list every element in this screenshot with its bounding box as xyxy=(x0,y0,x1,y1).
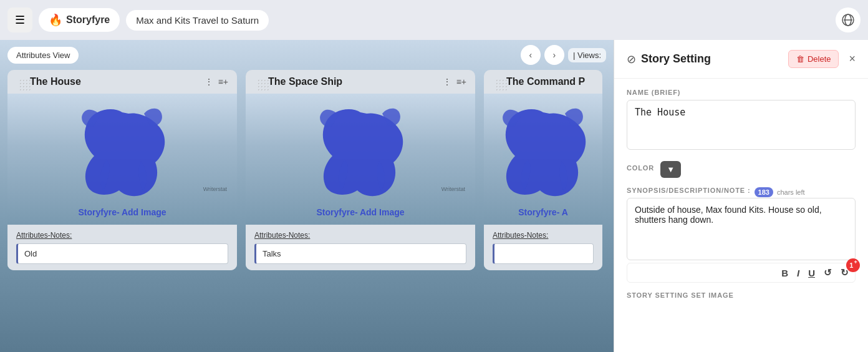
dragon-logo-3 xyxy=(490,100,596,200)
card-add-button-2[interactable]: ≡+ xyxy=(456,77,466,87)
menu-button[interactable]: ☰ xyxy=(7,7,32,32)
synopsis-field-group: SYNOPSIS/DESCRIPTION/NOTE : 183 chars le… xyxy=(627,187,856,283)
add-image-label-2[interactable]: Storyfyre- Add Image xyxy=(316,207,404,217)
bold-button[interactable]: B xyxy=(781,268,788,278)
dragon-logo-1 xyxy=(69,100,175,200)
card-footer-1: Attributes-Notes: xyxy=(7,225,237,270)
chevron-down-icon: ▼ xyxy=(667,165,675,174)
project-name-button[interactable]: Max and Kits Travel to Saturn xyxy=(126,10,269,31)
chars-left-badge: 183 xyxy=(755,187,773,197)
chars-left-label: chars left xyxy=(777,188,805,196)
color-dropdown-button[interactable]: ▼ xyxy=(660,161,681,178)
card-image-1: Writerstat Storyfyre- Add Image xyxy=(7,94,237,225)
add-image-label-3[interactable]: Storyfyre- A xyxy=(518,207,568,217)
synopsis-label-row: SYNOPSIS/DESCRIPTION/NOTE : 183 chars le… xyxy=(627,187,856,198)
card-actions-2: ⋮ ≡+ xyxy=(443,77,466,87)
panel-title: Story Setting xyxy=(641,52,783,66)
brand-button[interactable]: 🔥 Storyfyre xyxy=(39,8,120,32)
drag-handle-icon-3 xyxy=(495,79,508,91)
nav-next-button[interactable]: › xyxy=(544,45,564,65)
card-footer-3: Attributes-Notes: xyxy=(484,225,602,270)
card-header-1: The House ⋮ ≡+ xyxy=(7,70,237,94)
underline-button[interactable]: U xyxy=(808,268,815,278)
nav-prev-button[interactable]: ‹ xyxy=(521,45,541,65)
attributes-notes-label-2: Attributes-Notes: xyxy=(254,231,466,240)
drag-handle-icon-2 xyxy=(257,79,269,91)
card-actions-1: ⋮ ≡+ xyxy=(205,77,228,87)
close-button[interactable]: × xyxy=(849,52,856,66)
side-panel: ⊘ Story Setting 🗑 Delete × NAME (brief) … xyxy=(614,40,868,352)
text-toolbar: B I U ↺ ↻ 1+ xyxy=(627,263,856,283)
brand-name: Storyfyre xyxy=(66,14,110,26)
add-image-label-1[interactable]: Storyfyre- Add Image xyxy=(78,207,166,217)
card-title-3: The Command P xyxy=(506,76,585,87)
name-field-label: NAME (brief) xyxy=(627,89,856,96)
synopsis-field-label: SYNOPSIS/DESCRIPTION/NOTE : xyxy=(627,187,751,194)
board-area: Attributes View ‹ › | Views: The House ⋮ xyxy=(0,40,614,352)
topbar: ☰ 🔥 Storyfyre Max and Kits Travel to Sat… xyxy=(0,0,868,40)
panel-body: NAME (brief) The House COLOR ▼ SYNOPSIS/… xyxy=(614,79,868,309)
card-title-1: The House xyxy=(30,76,81,87)
card-footer-2: Attributes-Notes: xyxy=(246,225,475,270)
name-input[interactable]: The House xyxy=(627,100,856,150)
card-add-button-1[interactable]: ≡+ xyxy=(218,77,228,87)
attributes-view-button[interactable]: Attributes View xyxy=(7,47,79,64)
delete-label: Delete xyxy=(808,54,831,64)
notification-plus: + xyxy=(854,259,857,265)
card-note-input-3[interactable] xyxy=(493,243,594,264)
panel-header: ⊘ Story Setting 🗑 Delete × xyxy=(614,40,868,79)
attributes-notes-label-3: Attributes-Notes: xyxy=(493,231,594,240)
writerstat-text-1: Writerstat xyxy=(203,186,227,192)
synopsis-textarea[interactable]: Outside of house, Max found Kits. House … xyxy=(627,198,856,260)
card-menu-button-2[interactable]: ⋮ xyxy=(443,77,451,87)
drag-handle-icon xyxy=(19,79,31,91)
undo-button[interactable]: ↺ xyxy=(824,267,832,278)
writerstat-text-2: Writerstat xyxy=(441,186,465,192)
card-menu-button-1[interactable]: ⋮ xyxy=(205,77,213,87)
color-field-group: COLOR ▼ xyxy=(627,161,856,178)
dragon-logo-2 xyxy=(307,100,413,200)
board-toolbar-right: ‹ › | Views: xyxy=(521,45,606,65)
share-icon xyxy=(842,14,854,26)
card-title-2: The Space Ship xyxy=(268,76,342,87)
color-row: COLOR ▼ xyxy=(627,161,856,178)
trash-icon: 🗑 xyxy=(796,54,804,64)
flame-icon: 🔥 xyxy=(49,13,62,27)
card-the-house: The House ⋮ ≡+ xyxy=(7,70,237,270)
attributes-notes-label-1: Attributes-Notes: xyxy=(16,231,228,240)
notification-badge: 1+ xyxy=(846,258,860,272)
card-header-2: The Space Ship ⋮ ≡+ xyxy=(246,70,475,94)
italic-button[interactable]: I xyxy=(797,268,799,278)
card-image-2: Writerstat Storyfyre- Add Image xyxy=(246,94,475,225)
bottom-label: STORY SETTING SET IMAGE xyxy=(627,291,856,299)
content-area: Attributes View ‹ › | Views: The House ⋮ xyxy=(0,40,868,352)
card-header-3: The Command P xyxy=(484,70,602,94)
card-space-ship: The Space Ship ⋮ ≡+ xyxy=(246,70,475,270)
share-button[interactable] xyxy=(836,7,861,32)
color-field-label: COLOR xyxy=(627,164,654,172)
card-command: The Command P Storyfyre- A xyxy=(484,70,602,270)
delete-button[interactable]: 🗑 Delete xyxy=(788,50,839,68)
board-toolbar: Attributes View ‹ › | Views: xyxy=(0,40,614,70)
views-label: | Views: xyxy=(568,48,606,62)
card-note-input-1[interactable] xyxy=(16,243,228,264)
card-image-3: Storyfyre- A xyxy=(484,94,602,225)
name-field-group: NAME (brief) The House xyxy=(627,89,856,152)
cards-container: The House ⋮ ≡+ xyxy=(0,70,614,270)
notification-count: 1 xyxy=(849,262,853,269)
panel-icon: ⊘ xyxy=(627,52,636,66)
topbar-right xyxy=(836,7,861,32)
card-note-input-2[interactable] xyxy=(254,243,466,264)
